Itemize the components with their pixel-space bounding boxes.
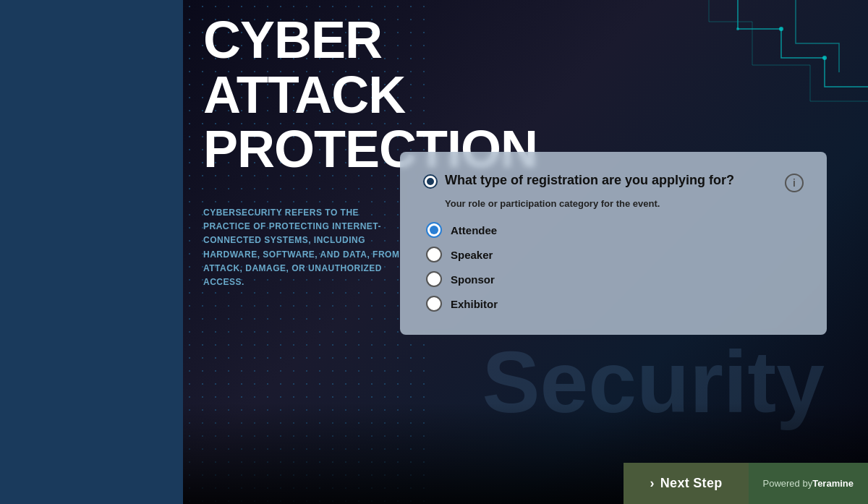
bottom-bar: › Next Step Powered by Teramine: [624, 463, 868, 504]
svg-point-1: [822, 56, 827, 60]
powered-by-text: Powered by: [763, 478, 813, 489]
option-exhibitor[interactable]: Exhibitor: [426, 296, 804, 312]
next-step-button[interactable]: › Next Step: [624, 463, 748, 504]
svg-point-0: [779, 27, 783, 31]
radio-speaker[interactable]: [426, 247, 442, 262]
options-list: Attendee Speaker Sponsor Exhibitor: [426, 222, 804, 312]
powered-by: Powered by Teramine: [749, 463, 869, 504]
option-speaker[interactable]: Speaker: [426, 247, 804, 262]
page-wrapper: Cyber Attack Protection CYBERSECURITY RE…: [0, 0, 868, 504]
question-title-area: What type of registration are you applyi…: [423, 172, 734, 189]
next-step-arrow: ›: [650, 476, 654, 491]
radio-attendee-inner: [430, 226, 438, 234]
main-content: Cyber Attack Protection CYBERSECURITY RE…: [183, 0, 868, 504]
left-sidebar: [0, 0, 183, 504]
option-attendee-label: Attendee: [451, 224, 497, 236]
question-header: What type of registration are you applyi…: [423, 172, 804, 192]
option-speaker-label: Speaker: [451, 249, 493, 261]
next-step-label: Next Step: [660, 476, 723, 491]
radio-exhibitor[interactable]: [426, 296, 442, 312]
event-description: CYBERSECURITY REFERS TO THE PRACTICE OF …: [203, 206, 406, 289]
svg-point-2: [736, 27, 739, 30]
question-title: What type of registration are you applyi…: [445, 172, 734, 189]
option-sponsor[interactable]: Sponsor: [426, 271, 804, 287]
question-subtitle: Your role or participation category for …: [445, 198, 804, 209]
question-card: What type of registration are you applyi…: [400, 152, 827, 335]
brand-name: Teramine: [812, 478, 854, 489]
radio-attendee[interactable]: [426, 222, 442, 238]
option-sponsor-label: Sponsor: [451, 273, 495, 286]
info-icon[interactable]: i: [785, 174, 804, 192]
radio-sponsor[interactable]: [426, 271, 442, 287]
question-indicator: [423, 174, 438, 189]
option-attendee[interactable]: Attendee: [426, 222, 804, 238]
option-exhibitor-label: Exhibitor: [451, 298, 498, 310]
